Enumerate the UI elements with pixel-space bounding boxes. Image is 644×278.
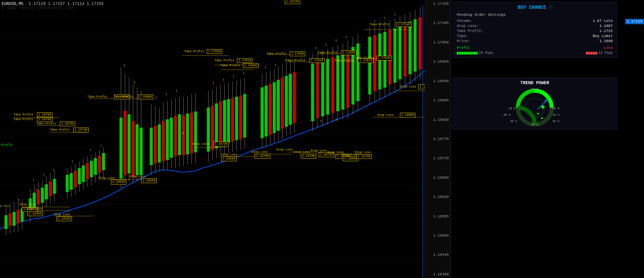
svg-text:↑: ↑ [242,71,245,76]
svg-rect-118 [223,100,226,144]
svg-rect-122 [231,98,234,141]
loss-bar-1 [586,52,588,55]
svg-rect-144 [281,78,284,129]
svg-rect-53 [82,166,85,182]
loss-label-panel: Loss [604,46,613,50]
svg-rect-155 [311,64,314,121]
svg-rect-134 [261,88,264,138]
tp-price-7: 1.17040 [341,51,357,55]
tp-price-11: 1.16860 [138,95,153,99]
svg-text:50 %: 50 % [531,123,539,126]
svg-rect-120 [227,99,230,142]
price-tick-3: 1.17050 [427,40,449,44]
svg-point-243 [541,117,543,119]
svg-text:↑: ↑ [32,178,35,183]
svg-rect-157 [316,62,319,118]
right-panel: 1.17155 BUY CHANCE ↑ Pending Order Setti… [450,0,644,278]
profit-bar-7 [471,52,473,55]
svg-rect-20 [13,212,15,225]
svg-rect-72 [128,114,130,173]
sl-label-12: Stop Loss [129,175,146,178]
loss-bar-2 [588,52,590,55]
svg-rect-136 [265,86,268,136]
price-tick-6: 1.16885 [427,98,449,102]
svg-text:↑: ↑ [315,46,317,51]
sl-price-6: 1.16720 [285,0,300,3]
sl-label-1: Stop Loss [400,85,416,89]
price-tick-14: 1.16445 [427,253,449,257]
svg-text:↑: ↑ [320,119,322,124]
sl-price-12: 1.16560 [141,179,157,182]
svg-rect-140 [273,82,276,133]
svg-rect-126 [239,96,242,139]
svg-text:80 %: 80 % [552,107,560,110]
price-settings-value: 1.1699 [599,39,613,43]
svg-rect-92 [170,118,173,158]
type-label: Type: [457,34,468,38]
volume-row: Volume: 1.67 Lots [457,19,613,23]
loss-pips: 12 Pips [599,51,613,55]
svg-rect-185 [378,34,381,89]
svg-rect-82 [150,128,153,165]
tp-price-9: 1.17020 [376,57,392,60]
tp-label-8: Take Profit [334,59,354,62]
svg-rect-181 [368,37,371,94]
tp-label-14: Take Profit [36,122,56,126]
svg-rect-165 [336,56,339,111]
svg-rect-88 [162,121,165,161]
sl-price-7: 1.16700 [301,154,316,158]
svg-rect-49 [74,171,77,187]
sl-label-16: Stop Loss [54,213,70,216]
buy-chance-panel: BUY CHANCE ↑ Pending Order Settings Volu… [452,2,617,58]
sl-label-13: Stop Loss [98,176,115,180]
candle-group-spike: ↑ ↑ [120,63,143,188]
current-price-label: 1.17155 [625,19,644,24]
profit-bar-8 [473,52,475,55]
svg-rect-76 [136,125,138,175]
sl-label-14: Stop Loss [19,203,36,206]
svg-rect-74 [132,121,134,177]
svg-rect-55 [86,163,89,179]
price-tick-13: 1.16500 [427,234,449,238]
svg-rect-40 [53,179,56,194]
svg-text:↑: ↑ [384,15,386,21]
svg-text:↑: ↑ [335,117,337,123]
sl-price-10: 1.16690 [343,157,358,161]
svg-rect-195 [404,24,406,76]
profit-bar-2 [459,52,461,55]
tp-label-11: Take Profit [114,95,133,99]
sl-label-7: Stop Loss [294,150,310,154]
candle-group-rightmost: ↑ ↑ ↑ ↑ ↑ ↑ [311,34,359,131]
profit-bar-1 [457,52,459,55]
sl-label-9: Stop Loss [327,151,344,154]
svg-point-244 [537,112,539,114]
svg-text:↑: ↑ [264,65,267,70]
stop-loss-row: Stop Loss: 1.1687 [457,24,613,28]
profit-label-panel: Profit [457,46,470,50]
svg-text:50 %: 50 % [531,88,539,91]
price-tick-7: 1.16830 [427,118,449,122]
tp-label-6: Take Profit [286,59,306,62]
svg-rect-199 [414,20,416,71]
tp-label-9: Take Profit [355,57,374,60]
tp-price-4: 1.16990 [243,64,258,67]
svg-rect-150 [293,72,296,123]
profit-bar-3 [461,52,464,55]
tp-price-15: 1.16730 [73,128,89,132]
svg-text:↑: ↑ [52,168,55,173]
loss-bar-5 [595,52,597,55]
trend-power-title: TREND POWER [457,80,613,85]
svg-rect-201 [419,18,421,69]
svg-rect-138 [269,84,272,135]
trend-power-panel: TREND POWER 50 % 80 % 10 % [452,77,617,130]
svg-rect-47 [70,173,73,189]
price-scale: 1.17155 1.17105 1.17050 1.16995 1.16940 … [425,0,450,278]
svg-rect-16 [5,215,7,229]
price-tick-1: 1.17155 [427,2,449,6]
profit-pips: 23 Pips [479,51,493,55]
svg-text:↑: ↑ [42,173,45,178]
type-row: Type: Buy Limit [457,34,613,38]
watermark: © WWW.TREND-IMPERATOR.COM [2,6,74,10]
svg-text:10 %: 10 % [509,107,516,110]
profit-bar-6 [469,52,471,55]
